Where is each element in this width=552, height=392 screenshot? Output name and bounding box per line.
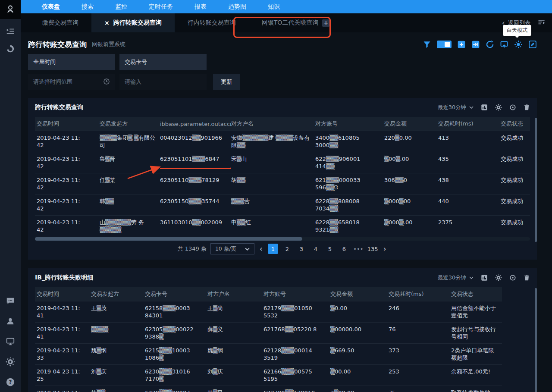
cell: 62305150▒▒▒35744 [160,194,231,215]
cell: 3▒00.00 [330,386,389,392]
cell: ▒00000.00 [330,322,389,343]
nav-item[interactable]: 仪表盘 [31,0,71,13]
tab[interactable]: ×跨行转账交易查询 [91,13,175,32]
app-window: ? 仪表盘搜索监控定时任务报表趋势图知识 缴费交易查询×跨行转账交易查询行内转账… [0,0,552,392]
chat-icon[interactable] [6,296,15,306]
panel-header: IB_跨行转账失败明细 最近30分钟 [35,268,530,287]
trash-icon[interactable] [524,274,530,281]
page-number[interactable]: 3 [296,244,307,254]
cell: ▒000▒.00 [384,215,438,236]
page-subtitle: 网银前置系统 [92,41,125,48]
nav-item[interactable]: 定时任务 [138,0,184,13]
day-mode-icon[interactable] [514,40,523,49]
nav-item[interactable]: 知识 [257,0,291,13]
help-icon[interactable]: ? [6,377,15,387]
panel-failed-detail: IB_跨行转账失败明细 最近30分钟 [28,268,537,392]
nav-item[interactable]: 监控 [104,0,138,13]
page-number[interactable]: 6 [339,244,349,254]
time-range-selector[interactable]: 最近30分钟 [438,274,474,282]
nav-item[interactable]: 报表 [184,0,217,13]
vertical-scrollbar[interactable] [535,288,537,392]
cell: 王▒尚 [207,301,263,322]
column-header: 交易发起方 [91,287,145,301]
vertical-scrollbar[interactable] [535,118,537,242]
cell: 3400▒▒610805 3000▒▒ [315,131,384,152]
add-panel-icon[interactable] [457,40,466,49]
column-header: 对方账号 [315,117,384,131]
tab[interactable]: 缴费交易查询 [29,13,91,32]
page-size-select[interactable]: 10 条/页 [210,243,254,254]
day-mode-tooltip: 白天模式 [503,25,531,36]
cell: 004023012▒▒901966 [160,131,231,152]
page-number[interactable]: 1 [268,244,278,254]
column-header: 交易耗时(ms) [438,117,501,131]
target-icon[interactable] [509,274,516,281]
cell: 宋▒山 [231,152,315,173]
add-tab-icon[interactable]: + [322,19,329,27]
cell: 交易成功 [501,173,530,194]
column-header: 交易卡号 [145,287,207,301]
card-number-input[interactable]: 请输入 [119,74,207,90]
page-number[interactable]: 2 [282,244,292,254]
target-icon[interactable] [509,104,516,111]
settings-gear-icon[interactable] [495,274,502,281]
cell: ▒▒▒▒集团▒ ▒有限公司 [100,131,160,152]
trash-icon[interactable] [524,104,530,111]
menu-list-icon[interactable] [6,27,15,36]
settings-gear-icon[interactable] [495,104,502,111]
cell: 余额不足.00元! [451,364,502,386]
cell: 2019-04-23 11:42 [35,131,100,152]
cell: 622▒▒▒906001 414▒▒ [315,152,384,173]
monitor-icon[interactable] [6,337,15,346]
user-icon[interactable] [6,317,15,326]
dashboard-toolbar [423,40,537,49]
prev-page-button[interactable]: ‹ [258,245,264,253]
column-header: 交易状态 [501,117,530,131]
edit-icon[interactable] [528,40,537,49]
cell: 76 [389,322,451,343]
donut-chart-icon[interactable] [6,44,15,53]
time-range-selector[interactable]: 最近30分钟 [438,104,474,111]
filter-bar: 全局时间 请选择时间范围 交易卡号 请输入 更新 [28,54,537,90]
cell: 2类户单日单笔限额超限 [451,343,502,364]
column-header: 交易耗时(ms) [389,287,451,301]
import-icon[interactable] [471,40,480,49]
cell: 62179▒▒▒01050 5532 [263,301,330,322]
tab[interactable]: 网银TO二代关联查询+ [249,13,343,32]
cell: 253 [389,364,451,386]
page-number[interactable]: 135 [367,244,378,254]
column-header: 交易状态 [451,287,502,301]
gear-icon[interactable] [6,357,15,367]
cell: 62305110▒▒▒78129 [160,173,231,194]
user-avatar-button[interactable] [0,0,21,19]
cell: 413 [438,131,501,152]
total-count: 共 1349 条 [178,245,207,253]
cell: 王▒茂 [91,301,145,322]
page-number[interactable]: 5 [325,244,335,254]
cell: 魏▒纲 [207,343,263,364]
tab-list-icon[interactable] [537,18,546,28]
panel-controls: 最近30分钟 [438,104,530,111]
page-number[interactable]: 4 [310,244,321,254]
bar-chart-icon[interactable] [481,274,488,281]
column-header: 对方户名 [207,287,263,301]
cell: 62158▒▒▒0003 84301 [145,301,207,322]
refresh-icon[interactable] [486,40,494,49]
theme-toggle-switch[interactable] [437,41,452,48]
horizontal-scrollbar[interactable] [35,237,530,241]
nav-item[interactable]: 搜索 [71,0,104,13]
cell: 621768▒▒05220 8 [263,322,330,343]
nav-item[interactable]: 趋势图 [217,0,257,13]
cell: 6228▒▒658018 9321▒▒ [315,215,384,236]
present-icon[interactable] [500,40,508,49]
time-range-input[interactable]: 请选择时间范围 [28,74,115,90]
tab[interactable]: 行内转账交易查询 [175,13,249,32]
scrollbar-thumb[interactable] [35,237,302,241]
next-page-button[interactable]: › [382,245,388,253]
close-tab-icon[interactable]: × [104,20,110,26]
filter-icon[interactable] [423,40,431,49]
bar-chart-icon[interactable] [481,104,488,111]
cell: 2019-04-23 11:41 [35,322,91,343]
column-header: 交易金额 [330,287,389,301]
update-button[interactable]: 更新 [213,74,240,90]
